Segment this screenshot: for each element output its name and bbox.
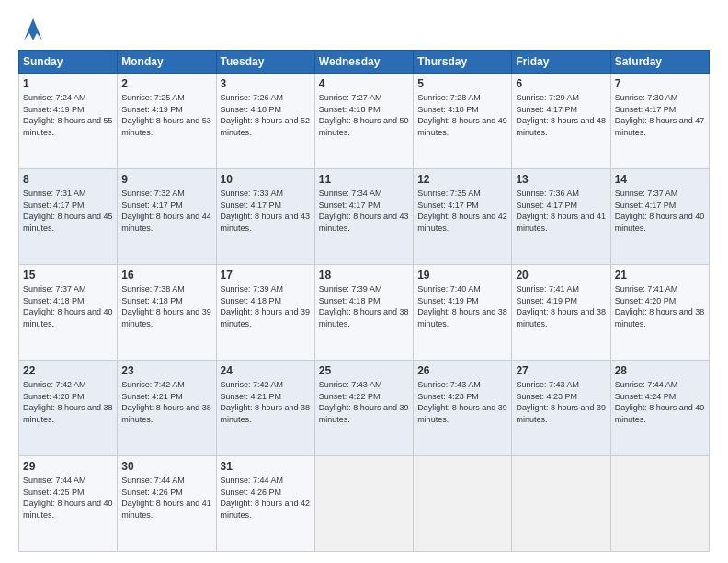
- calendar-cell: 7 Sunrise: 7:30 AMSunset: 4:17 PMDayligh…: [610, 74, 709, 169]
- day-number: 19: [417, 269, 507, 282]
- week-row-3: 15 Sunrise: 7:37 AMSunset: 4:18 PMDaylig…: [19, 265, 710, 361]
- calendar-cell: 26 Sunrise: 7:43 AMSunset: 4:23 PMDaylig…: [414, 361, 512, 456]
- calendar-cell: 21 Sunrise: 7:41 AMSunset: 4:20 PMDaylig…: [610, 265, 709, 361]
- calendar-cell: 6 Sunrise: 7:29 AMSunset: 4:17 PMDayligh…: [512, 74, 610, 169]
- day-number: 5: [417, 77, 507, 90]
- day-info: Sunrise: 7:25 AMSunset: 4:19 PMDaylight:…: [121, 93, 211, 137]
- day-number: 20: [516, 269, 606, 282]
- day-number: 7: [615, 77, 705, 90]
- calendar-cell: 20 Sunrise: 7:41 AMSunset: 4:19 PMDaylig…: [512, 265, 610, 361]
- day-number: 23: [121, 364, 211, 377]
- day-info: Sunrise: 7:43 AMSunset: 4:23 PMDaylight:…: [417, 380, 507, 424]
- day-info: Sunrise: 7:28 AMSunset: 4:18 PMDaylight:…: [417, 93, 507, 137]
- calendar-cell: 23 Sunrise: 7:42 AMSunset: 4:21 PMDaylig…: [118, 361, 216, 456]
- logo-icon: [22, 15, 44, 40]
- day-info: Sunrise: 7:43 AMSunset: 4:22 PMDaylight:…: [319, 380, 409, 424]
- calendar-cell: 3 Sunrise: 7:26 AMSunset: 4:18 PMDayligh…: [216, 74, 314, 169]
- calendar-cell: [414, 456, 512, 552]
- day-number: 1: [23, 77, 113, 90]
- day-number: 21: [615, 269, 705, 282]
- day-info: Sunrise: 7:26 AMSunset: 4:18 PMDaylight:…: [221, 93, 311, 137]
- day-info: Sunrise: 7:43 AMSunset: 4:23 PMDaylight:…: [516, 380, 606, 424]
- day-info: Sunrise: 7:29 AMSunset: 4:17 PMDaylight:…: [516, 93, 606, 137]
- day-info: Sunrise: 7:40 AMSunset: 4:19 PMDaylight:…: [417, 284, 507, 328]
- day-info: Sunrise: 7:31 AMSunset: 4:17 PMDaylight:…: [23, 189, 113, 233]
- day-info: Sunrise: 7:42 AMSunset: 4:21 PMDaylight:…: [221, 380, 311, 424]
- calendar-cell: 10 Sunrise: 7:33 AMSunset: 4:17 PMDaylig…: [216, 169, 314, 265]
- day-info: Sunrise: 7:37 AMSunset: 4:17 PMDaylight:…: [615, 189, 705, 233]
- calendar-cell: 27 Sunrise: 7:43 AMSunset: 4:23 PMDaylig…: [512, 361, 610, 456]
- day-number: 16: [121, 269, 211, 282]
- calendar-cell: 11 Sunrise: 7:34 AMSunset: 4:17 PMDaylig…: [314, 169, 413, 265]
- calendar-cell: 24 Sunrise: 7:42 AMSunset: 4:21 PMDaylig…: [216, 361, 314, 456]
- calendar-cell: 2 Sunrise: 7:25 AMSunset: 4:19 PMDayligh…: [118, 74, 216, 169]
- week-row-2: 8 Sunrise: 7:31 AMSunset: 4:17 PMDayligh…: [19, 169, 710, 265]
- calendar-cell: 5 Sunrise: 7:28 AMSunset: 4:18 PMDayligh…: [414, 74, 512, 169]
- week-row-1: 1 Sunrise: 7:24 AMSunset: 4:19 PMDayligh…: [19, 74, 710, 169]
- day-info: Sunrise: 7:42 AMSunset: 4:20 PMDaylight:…: [23, 380, 113, 424]
- calendar-cell: [610, 456, 709, 552]
- day-number: 12: [417, 173, 507, 186]
- logo: [18, 15, 44, 40]
- day-info: Sunrise: 7:32 AMSunset: 4:17 PMDaylight:…: [121, 189, 211, 233]
- day-number: 4: [319, 77, 409, 90]
- day-info: Sunrise: 7:30 AMSunset: 4:17 PMDaylight:…: [615, 93, 705, 137]
- day-info: Sunrise: 7:39 AMSunset: 4:18 PMDaylight:…: [319, 284, 409, 328]
- day-info: Sunrise: 7:27 AMSunset: 4:18 PMDaylight:…: [319, 93, 409, 137]
- calendar-cell: 29 Sunrise: 7:44 AMSunset: 4:25 PMDaylig…: [19, 456, 118, 552]
- calendar-cell: 22 Sunrise: 7:42 AMSunset: 4:20 PMDaylig…: [19, 361, 118, 456]
- day-info: Sunrise: 7:24 AMSunset: 4:19 PMDaylight:…: [23, 93, 113, 137]
- week-row-4: 22 Sunrise: 7:42 AMSunset: 4:20 PMDaylig…: [19, 361, 710, 456]
- day-info: Sunrise: 7:44 AMSunset: 4:24 PMDaylight:…: [615, 380, 705, 424]
- day-number: 30: [121, 460, 211, 473]
- day-info: Sunrise: 7:41 AMSunset: 4:19 PMDaylight:…: [516, 284, 606, 328]
- day-info: Sunrise: 7:35 AMSunset: 4:17 PMDaylight:…: [417, 189, 507, 233]
- day-number: 11: [319, 173, 409, 186]
- weekday-thursday: Thursday: [414, 51, 512, 74]
- day-number: 25: [319, 364, 409, 377]
- day-number: 28: [615, 364, 705, 377]
- weekday-sunday: Sunday: [19, 51, 118, 74]
- day-number: 10: [221, 173, 311, 186]
- weekday-wednesday: Wednesday: [314, 51, 413, 74]
- day-info: Sunrise: 7:34 AMSunset: 4:17 PMDaylight:…: [319, 189, 409, 233]
- day-number: 31: [221, 460, 311, 473]
- day-info: Sunrise: 7:33 AMSunset: 4:17 PMDaylight:…: [221, 189, 311, 233]
- calendar-cell: 16 Sunrise: 7:38 AMSunset: 4:18 PMDaylig…: [118, 265, 216, 361]
- day-number: 14: [615, 173, 705, 186]
- day-info: Sunrise: 7:36 AMSunset: 4:17 PMDaylight:…: [516, 189, 606, 233]
- calendar-cell: 31 Sunrise: 7:44 AMSunset: 4:26 PMDaylig…: [216, 456, 314, 552]
- day-info: Sunrise: 7:41 AMSunset: 4:20 PMDaylight:…: [615, 284, 705, 328]
- weekday-header-row: SundayMondayTuesdayWednesdayThursdayFrid…: [19, 51, 710, 74]
- calendar-table: SundayMondayTuesdayWednesdayThursdayFrid…: [18, 50, 710, 552]
- weekday-saturday: Saturday: [610, 51, 709, 74]
- svg-marker-0: [24, 18, 42, 40]
- calendar-cell: [512, 456, 610, 552]
- weekday-friday: Friday: [512, 51, 610, 74]
- calendar-cell: 13 Sunrise: 7:36 AMSunset: 4:17 PMDaylig…: [512, 169, 610, 265]
- day-number: 18: [319, 269, 409, 282]
- day-info: Sunrise: 7:42 AMSunset: 4:21 PMDaylight:…: [121, 380, 211, 424]
- day-number: 2: [121, 77, 211, 90]
- day-number: 8: [23, 173, 113, 186]
- week-row-5: 29 Sunrise: 7:44 AMSunset: 4:25 PMDaylig…: [19, 456, 710, 552]
- calendar-cell: 17 Sunrise: 7:39 AMSunset: 4:18 PMDaylig…: [216, 265, 314, 361]
- day-number: 27: [516, 364, 606, 377]
- day-info: Sunrise: 7:44 AMSunset: 4:26 PMDaylight:…: [221, 476, 311, 520]
- calendar-cell: 14 Sunrise: 7:37 AMSunset: 4:17 PMDaylig…: [610, 169, 709, 265]
- calendar-cell: 1 Sunrise: 7:24 AMSunset: 4:19 PMDayligh…: [19, 74, 118, 169]
- calendar-cell: 18 Sunrise: 7:39 AMSunset: 4:18 PMDaylig…: [314, 265, 413, 361]
- day-number: 26: [417, 364, 507, 377]
- day-number: 17: [221, 269, 311, 282]
- day-number: 24: [221, 364, 311, 377]
- day-info: Sunrise: 7:39 AMSunset: 4:18 PMDaylight:…: [221, 284, 311, 328]
- calendar-cell: 28 Sunrise: 7:44 AMSunset: 4:24 PMDaylig…: [610, 361, 709, 456]
- day-info: Sunrise: 7:44 AMSunset: 4:25 PMDaylight:…: [23, 476, 113, 520]
- day-number: 6: [516, 77, 606, 90]
- calendar-cell: 4 Sunrise: 7:27 AMSunset: 4:18 PMDayligh…: [314, 74, 413, 169]
- calendar-cell: 12 Sunrise: 7:35 AMSunset: 4:17 PMDaylig…: [414, 169, 512, 265]
- day-info: Sunrise: 7:38 AMSunset: 4:18 PMDaylight:…: [121, 284, 211, 328]
- day-number: 13: [516, 173, 606, 186]
- calendar-cell: 15 Sunrise: 7:37 AMSunset: 4:18 PMDaylig…: [19, 265, 118, 361]
- calendar-cell: [314, 456, 413, 552]
